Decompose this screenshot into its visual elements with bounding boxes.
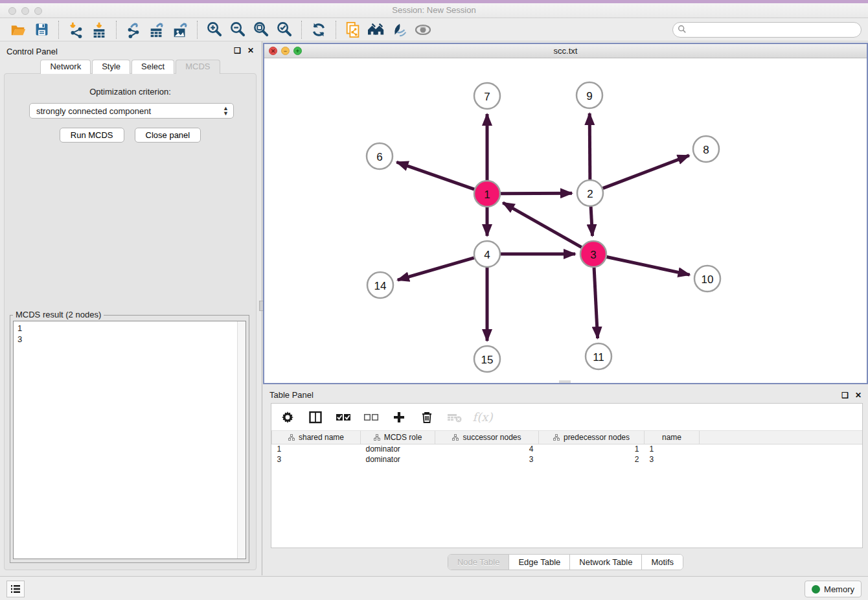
search-icon (678, 25, 687, 36)
graph-node-label: 10 (702, 273, 714, 286)
graph-edge[interactable] (503, 203, 581, 248)
graph-node[interactable]: 10 (694, 266, 720, 292)
duplicate-network-icon[interactable] (343, 20, 363, 40)
graph-node-label: 6 (376, 151, 382, 163)
deselect-all-icon[interactable] (363, 409, 380, 426)
table-cell[interactable]: dominator (361, 444, 435, 454)
column-header-successor-nodes[interactable]: successor nodes (435, 431, 539, 444)
table-row[interactable]: 1dominator411 (272, 444, 863, 454)
toolbar-separator (197, 21, 198, 39)
tab-mcds[interactable]: MCDS (176, 60, 220, 74)
status-bar: Memory (0, 576, 868, 600)
graph-node[interactable]: 2 (577, 180, 603, 206)
criterion-select[interactable]: strongly connected component ▲▼ (29, 103, 234, 119)
float-panel-icon[interactable]: ❑ (234, 46, 241, 55)
graph-node[interactable]: 11 (586, 343, 611, 369)
table-cell[interactable]: 3 (272, 454, 361, 465)
graph-node[interactable]: 1 (474, 181, 500, 207)
search-input[interactable] (672, 22, 862, 38)
search-field-wrap (672, 22, 862, 38)
table-row[interactable]: 3dominator323 (272, 454, 863, 465)
zoom-in-icon[interactable] (205, 20, 224, 40)
delete-column-icon[interactable] (418, 409, 435, 426)
import-table-icon[interactable] (89, 20, 109, 40)
table-cell[interactable]: 1 (645, 444, 700, 454)
graph-edge[interactable] (603, 156, 689, 189)
graph-edge[interactable] (501, 193, 572, 194)
tab-network[interactable]: Network (40, 60, 91, 74)
table-cell[interactable]: 3 (645, 454, 700, 465)
graph-edge[interactable] (589, 113, 590, 179)
graph-edge[interactable] (607, 257, 690, 275)
task-history-button[interactable] (6, 581, 25, 597)
select-all-icon[interactable] (335, 409, 352, 426)
optimization-criterion-label: Optimization criterion: (5, 87, 256, 97)
zoom-out-icon[interactable] (228, 20, 247, 40)
graph-node[interactable]: 9 (577, 82, 602, 108)
graph-edge[interactable] (594, 268, 598, 338)
table-cell[interactable]: 2 (539, 454, 645, 465)
table-cell[interactable]: 4 (435, 444, 539, 454)
close-panel-icon[interactable]: ✕ (247, 46, 254, 55)
column-header-predecessor-nodes[interactable]: predecessor nodes (539, 431, 645, 444)
first-neighbors-icon[interactable] (367, 20, 386, 40)
add-column-icon[interactable] (391, 409, 407, 426)
graph-node[interactable]: 4 (474, 241, 500, 267)
table-cell-filler (700, 454, 863, 465)
tab-edge-table[interactable]: Edge Table (509, 555, 570, 570)
table-header-row: shared name MCDS role successor nodes pr… (272, 431, 863, 444)
zoom-selected-icon[interactable] (275, 20, 294, 40)
memory-button[interactable]: Memory (805, 581, 862, 597)
canvas-hscroll-handle[interactable] (559, 380, 571, 383)
table-settings-icon[interactable] (279, 409, 296, 426)
close-table-panel-icon[interactable]: ✕ (855, 391, 862, 400)
refresh-icon[interactable] (309, 20, 328, 40)
table-cell[interactable]: 3 (435, 454, 539, 465)
table-cell[interactable]: dominator (361, 454, 435, 465)
open-session-icon[interactable] (8, 20, 28, 40)
table-cell[interactable]: 1 (272, 444, 361, 454)
application-window: Session: New Session (0, 0, 868, 600)
graph-edge[interactable] (396, 162, 474, 189)
graph-node[interactable]: 15 (474, 346, 500, 372)
show-graphics-details-icon[interactable] (413, 20, 433, 40)
column-header-name[interactable]: name (645, 431, 700, 444)
export-table-icon[interactable] (147, 20, 166, 40)
network-window-titlebar[interactable]: ✕ − + scc.txt (264, 44, 867, 58)
tab-node-table[interactable]: Node Table (448, 555, 510, 570)
hide-selected-icon[interactable] (390, 20, 409, 40)
graph-edge[interactable] (398, 258, 474, 280)
tab-select[interactable]: Select (131, 60, 174, 74)
network-canvas[interactable]: 7968124314101511 (264, 58, 867, 383)
graph-node[interactable]: 6 (367, 143, 393, 169)
column-header-mcds-role[interactable]: MCDS role (361, 431, 435, 444)
import-network-icon[interactable] (66, 20, 86, 40)
delete-table-icon[interactable] (446, 409, 463, 426)
graph-node-label: 11 (593, 351, 604, 363)
main-toolbar (0, 18, 868, 41)
function-builder-icon[interactable]: f(x) (474, 409, 491, 426)
export-network-icon[interactable] (124, 20, 143, 40)
save-session-icon[interactable] (32, 20, 51, 40)
export-image-icon[interactable] (170, 20, 190, 40)
graph-node[interactable]: 3 (580, 241, 606, 267)
column-header-shared-name[interactable]: shared name (272, 431, 361, 444)
graph-node[interactable]: 14 (367, 272, 393, 298)
result-scrollbar[interactable] (237, 321, 246, 559)
zoom-fit-icon[interactable] (251, 20, 271, 40)
tab-style[interactable]: Style (92, 60, 130, 74)
panel-splitter[interactable] (260, 41, 262, 575)
table-tabs: Node Table Edge Table Network Table Moti… (263, 554, 868, 570)
graph-node[interactable]: 8 (693, 136, 719, 162)
graph-node[interactable]: 7 (474, 83, 500, 109)
mcds-result-text[interactable]: 1 3 (13, 321, 246, 559)
table-cell[interactable]: 1 (539, 444, 645, 454)
tab-motifs[interactable]: Motifs (642, 555, 683, 570)
graph-node-label: 1 (484, 189, 490, 201)
run-mcds-button[interactable]: Run MCDS (60, 128, 124, 143)
tab-network-table[interactable]: Network Table (570, 555, 642, 570)
graph-edge[interactable] (591, 207, 592, 236)
close-panel-button[interactable]: Close panel (135, 128, 201, 143)
column-layout-icon[interactable] (307, 409, 324, 426)
float-table-panel-icon[interactable]: ❑ (841, 391, 849, 400)
